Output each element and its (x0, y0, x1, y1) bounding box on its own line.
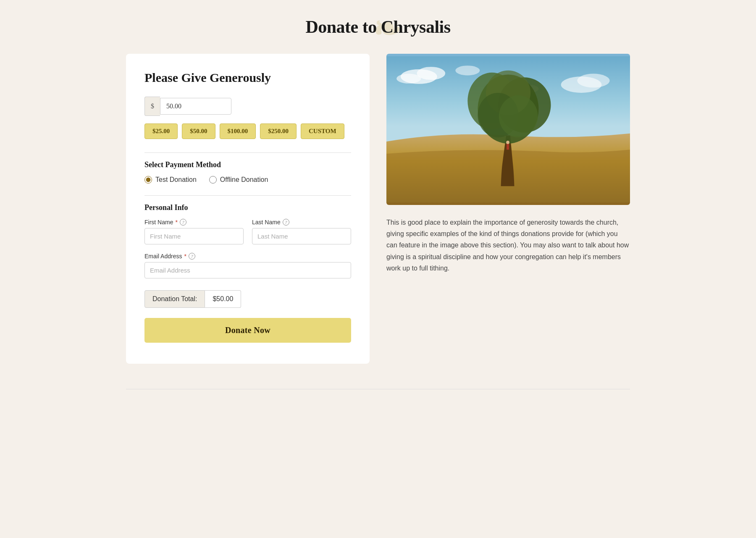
donation-total-value: $50.00 (205, 290, 241, 308)
sidebar-description: This is good place to explain the import… (386, 217, 630, 274)
form-heading: Please Give Generously (144, 71, 351, 85)
payment-divider (144, 152, 351, 153)
email-input[interactable] (144, 262, 351, 278)
payment-radio-test[interactable] (144, 176, 152, 184)
personal-info-title: Personal Info (144, 203, 351, 212)
first-name-help-icon[interactable]: ? (180, 219, 186, 226)
email-required: * (184, 253, 186, 260)
last-name-input[interactable] (252, 228, 351, 244)
amount-btn-100[interactable]: $100.00 (220, 123, 256, 139)
page-title-area: ❧ Donate to Chrysalis (8, 17, 748, 37)
email-group: Email Address * ? (144, 253, 351, 278)
svg-point-15 (506, 141, 509, 144)
amount-input[interactable] (160, 98, 231, 115)
tree-image-svg (386, 54, 630, 205)
svg-point-2 (417, 67, 446, 80)
currency-symbol: $ (144, 97, 160, 116)
first-name-label: First Name * ? (144, 219, 244, 226)
amount-btn-25[interactable]: $25.00 (144, 123, 178, 139)
payment-methods: Test Donation Offline Donation (144, 176, 351, 184)
name-row: First Name * ? Last Name ? (144, 219, 351, 244)
payment-radio-offline[interactable] (209, 176, 217, 184)
right-panel: This is good place to explain the import… (386, 54, 630, 274)
svg-point-3 (396, 74, 421, 84)
amount-btn-custom[interactable]: CUSTOM (301, 123, 344, 139)
tree-image (386, 54, 630, 205)
payment-option-offline[interactable]: Offline Donation (209, 176, 268, 184)
email-label: Email Address * ? (144, 253, 351, 260)
svg-point-5 (577, 74, 609, 88)
amount-btn-250[interactable]: $250.00 (260, 123, 297, 139)
last-name-label: Last Name ? (252, 219, 351, 226)
payment-section-title: Select Payment Method (144, 160, 351, 169)
payment-option-test[interactable]: Test Donation (144, 176, 197, 184)
amount-btn-50[interactable]: $50.00 (182, 123, 215, 139)
email-help-icon[interactable]: ? (189, 253, 195, 260)
last-name-group: Last Name ? (252, 219, 351, 244)
personal-info-divider (144, 195, 351, 196)
last-name-help-icon[interactable]: ? (283, 219, 289, 226)
payment-option-test-label: Test Donation (155, 176, 197, 184)
page-title: Donate to Chrysalis (8, 17, 748, 37)
svg-point-6 (455, 66, 480, 75)
svg-point-13 (499, 95, 538, 138)
page-footer-divider (126, 389, 630, 389)
donation-total-row: Donation Total: $50.00 (144, 290, 351, 308)
first-name-group: First Name * ? (144, 219, 244, 244)
first-name-required: * (175, 219, 177, 226)
payment-option-offline-label: Offline Donation (220, 176, 268, 184)
donate-now-button[interactable]: Donate Now (144, 318, 351, 343)
main-content: Please Give Generously $ $25.00 $50.00 $… (126, 54, 630, 364)
svg-rect-14 (507, 144, 509, 150)
donation-total-label: Donation Total: (144, 290, 205, 308)
amount-buttons: $25.00 $50.00 $100.00 $250.00 CUSTOM (144, 123, 351, 139)
amount-input-row: $ (144, 97, 351, 116)
personal-info-section: Personal Info First Name * ? Last Name ? (144, 195, 351, 278)
first-name-input[interactable] (144, 228, 244, 244)
form-panel: Please Give Generously $ $25.00 $50.00 $… (126, 54, 370, 364)
